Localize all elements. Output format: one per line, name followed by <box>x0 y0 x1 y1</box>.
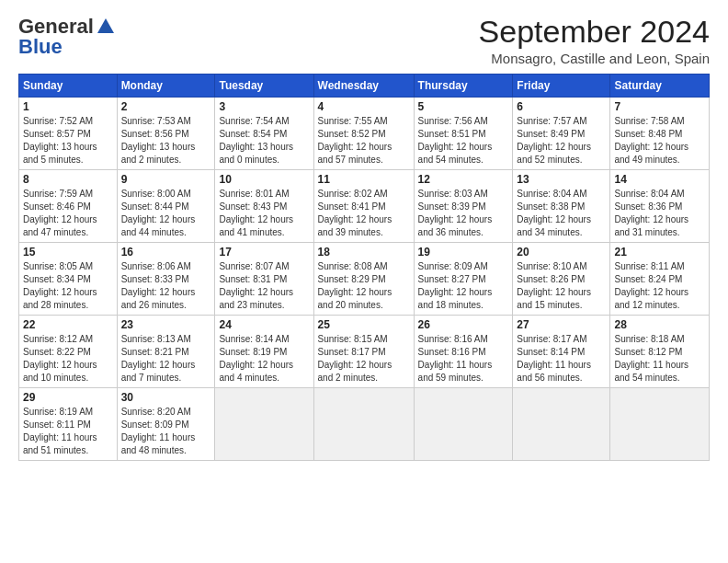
day-cell-21: 21 Sunrise: 8:11 AMSunset: 8:24 PMDaylig… <box>610 243 710 316</box>
day-number: 18 <box>318 246 410 259</box>
weekday-header-thursday: Thursday <box>414 75 513 98</box>
day-number: 16 <box>121 246 211 259</box>
header: General Blue September 2024 Monsagro, Ca… <box>18 15 710 66</box>
day-info: Sunrise: 8:18 AMSunset: 8:12 PMDaylight:… <box>614 334 688 383</box>
day-info: Sunrise: 8:12 AMSunset: 8:22 PMDaylight:… <box>23 334 97 383</box>
day-info: Sunrise: 8:05 AMSunset: 8:34 PMDaylight:… <box>23 261 97 310</box>
day-cell-29: 29 Sunrise: 8:19 AMSunset: 8:11 PMDaylig… <box>19 388 118 461</box>
day-number: 12 <box>418 173 509 186</box>
day-cell-20: 20 Sunrise: 8:10 AMSunset: 8:26 PMDaylig… <box>513 243 610 316</box>
day-info: Sunrise: 8:13 AMSunset: 8:21 PMDaylight:… <box>121 334 196 383</box>
day-number: 22 <box>23 318 113 331</box>
day-info: Sunrise: 8:11 AMSunset: 8:24 PMDaylight:… <box>614 261 688 310</box>
day-number: 8 <box>23 173 113 186</box>
week-row-5: 29 Sunrise: 8:19 AMSunset: 8:11 PMDaylig… <box>19 388 710 461</box>
day-cell-2: 2 Sunrise: 7:53 AMSunset: 8:56 PMDayligh… <box>117 98 215 170</box>
day-number: 28 <box>614 318 705 331</box>
day-number: 2 <box>121 100 211 113</box>
day-cell-9: 9 Sunrise: 8:00 AMSunset: 8:44 PMDayligh… <box>117 170 215 243</box>
page: General Blue September 2024 Monsagro, Ca… <box>0 0 728 470</box>
day-info: Sunrise: 7:57 AMSunset: 8:49 PMDaylight:… <box>517 116 591 165</box>
day-cell-30: 30 Sunrise: 8:20 AMSunset: 8:09 PMDaylig… <box>117 388 215 461</box>
day-number: 10 <box>219 173 309 186</box>
day-number: 5 <box>418 100 509 113</box>
day-info: Sunrise: 7:56 AMSunset: 8:51 PMDaylight:… <box>418 116 493 165</box>
day-cell-27: 27 Sunrise: 8:17 AMSunset: 8:14 PMDaylig… <box>513 316 610 388</box>
day-cell-12: 12 Sunrise: 8:03 AMSunset: 8:39 PMDaylig… <box>414 170 513 243</box>
day-info: Sunrise: 8:08 AMSunset: 8:29 PMDaylight:… <box>318 261 392 310</box>
empty-cell <box>414 388 513 461</box>
day-number: 11 <box>318 173 410 186</box>
day-number: 1 <box>23 100 113 113</box>
day-number: 3 <box>219 100 309 113</box>
day-info: Sunrise: 7:59 AMSunset: 8:46 PMDaylight:… <box>23 189 97 237</box>
day-number: 13 <box>517 173 606 186</box>
day-info: Sunrise: 7:54 AMSunset: 8:54 PMDaylight:… <box>219 116 293 165</box>
day-info: Sunrise: 7:58 AMSunset: 8:48 PMDaylight:… <box>614 116 688 165</box>
week-row-3: 15 Sunrise: 8:05 AMSunset: 8:34 PMDaylig… <box>19 243 710 316</box>
day-number: 29 <box>23 391 113 404</box>
logo: General Blue <box>18 15 116 59</box>
day-number: 6 <box>517 100 606 113</box>
day-cell-22: 22 Sunrise: 8:12 AMSunset: 8:22 PMDaylig… <box>19 316 118 388</box>
day-info: Sunrise: 8:04 AMSunset: 8:36 PMDaylight:… <box>614 189 688 237</box>
day-cell-25: 25 Sunrise: 8:15 AMSunset: 8:17 PMDaylig… <box>313 316 414 388</box>
weekday-header-tuesday: Tuesday <box>215 75 313 98</box>
day-info: Sunrise: 8:16 AMSunset: 8:16 PMDaylight:… <box>418 334 493 383</box>
empty-cell <box>215 388 313 461</box>
day-cell-17: 17 Sunrise: 8:07 AMSunset: 8:31 PMDaylig… <box>215 243 313 316</box>
day-number: 9 <box>121 173 211 186</box>
day-cell-14: 14 Sunrise: 8:04 AMSunset: 8:36 PMDaylig… <box>610 170 710 243</box>
logo-blue-text: Blue <box>18 35 63 59</box>
svg-marker-0 <box>97 18 114 33</box>
location-title: Monsagro, Castille and Leon, Spain <box>479 51 710 66</box>
week-row-4: 22 Sunrise: 8:12 AMSunset: 8:22 PMDaylig… <box>19 316 710 388</box>
day-number: 27 <box>517 318 606 331</box>
day-cell-15: 15 Sunrise: 8:05 AMSunset: 8:34 PMDaylig… <box>19 243 118 316</box>
day-info: Sunrise: 8:17 AMSunset: 8:14 PMDaylight:… <box>517 334 591 383</box>
day-info: Sunrise: 8:01 AMSunset: 8:43 PMDaylight:… <box>219 189 293 237</box>
day-number: 7 <box>614 100 705 113</box>
title-block: September 2024 Monsagro, Castille and Le… <box>479 15 710 66</box>
day-cell-1: 1 Sunrise: 7:52 AMSunset: 8:57 PMDayligh… <box>19 98 118 170</box>
day-info: Sunrise: 8:06 AMSunset: 8:33 PMDaylight:… <box>121 261 196 310</box>
day-info: Sunrise: 7:52 AMSunset: 8:57 PMDaylight:… <box>23 116 97 165</box>
weekday-header-wednesday: Wednesday <box>313 75 414 98</box>
day-info: Sunrise: 8:03 AMSunset: 8:39 PMDaylight:… <box>418 189 493 237</box>
day-cell-4: 4 Sunrise: 7:55 AMSunset: 8:52 PMDayligh… <box>313 98 414 170</box>
day-info: Sunrise: 7:55 AMSunset: 8:52 PMDaylight:… <box>318 116 392 165</box>
day-info: Sunrise: 8:15 AMSunset: 8:17 PMDaylight:… <box>318 334 392 383</box>
day-number: 26 <box>418 318 509 331</box>
day-cell-23: 23 Sunrise: 8:13 AMSunset: 8:21 PMDaylig… <box>117 316 215 388</box>
logo-icon <box>96 17 116 37</box>
weekday-header-saturday: Saturday <box>610 75 710 98</box>
day-cell-24: 24 Sunrise: 8:14 AMSunset: 8:19 PMDaylig… <box>215 316 313 388</box>
day-number: 15 <box>23 246 113 259</box>
day-cell-28: 28 Sunrise: 8:18 AMSunset: 8:12 PMDaylig… <box>610 316 710 388</box>
day-number: 24 <box>219 318 309 331</box>
day-info: Sunrise: 8:14 AMSunset: 8:19 PMDaylight:… <box>219 334 293 383</box>
day-number: 21 <box>614 246 705 259</box>
day-info: Sunrise: 8:07 AMSunset: 8:31 PMDaylight:… <box>219 261 293 310</box>
day-info: Sunrise: 7:53 AMSunset: 8:56 PMDaylight:… <box>121 116 196 165</box>
day-cell-6: 6 Sunrise: 7:57 AMSunset: 8:49 PMDayligh… <box>513 98 610 170</box>
empty-cell <box>513 388 610 461</box>
day-cell-5: 5 Sunrise: 7:56 AMSunset: 8:51 PMDayligh… <box>414 98 513 170</box>
weekday-header-friday: Friday <box>513 75 610 98</box>
day-cell-8: 8 Sunrise: 7:59 AMSunset: 8:46 PMDayligh… <box>19 170 118 243</box>
day-info: Sunrise: 8:20 AMSunset: 8:09 PMDaylight:… <box>121 407 196 455</box>
day-cell-19: 19 Sunrise: 8:09 AMSunset: 8:27 PMDaylig… <box>414 243 513 316</box>
day-number: 20 <box>517 246 606 259</box>
day-number: 30 <box>121 391 211 404</box>
day-number: 17 <box>219 246 309 259</box>
day-number: 14 <box>614 173 705 186</box>
day-cell-7: 7 Sunrise: 7:58 AMSunset: 8:48 PMDayligh… <box>610 98 710 170</box>
weekday-header-sunday: Sunday <box>19 75 118 98</box>
day-cell-11: 11 Sunrise: 8:02 AMSunset: 8:41 PMDaylig… <box>313 170 414 243</box>
day-info: Sunrise: 8:04 AMSunset: 8:38 PMDaylight:… <box>517 189 591 237</box>
month-title: September 2024 <box>479 15 710 49</box>
day-cell-3: 3 Sunrise: 7:54 AMSunset: 8:54 PMDayligh… <box>215 98 313 170</box>
calendar-table: SundayMondayTuesdayWednesdayThursdayFrid… <box>18 74 710 461</box>
day-cell-10: 10 Sunrise: 8:01 AMSunset: 8:43 PMDaylig… <box>215 170 313 243</box>
day-info: Sunrise: 8:09 AMSunset: 8:27 PMDaylight:… <box>418 261 493 310</box>
